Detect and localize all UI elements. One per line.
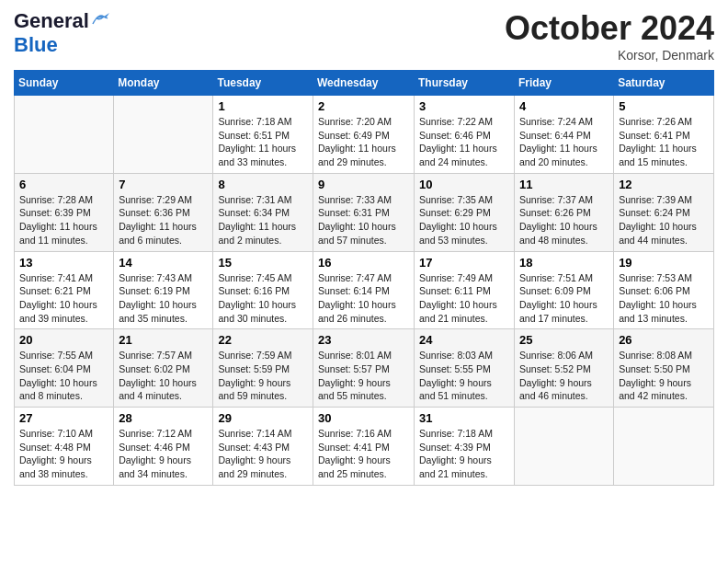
day-number: 19 xyxy=(619,256,709,270)
weekday-header-monday: Monday xyxy=(114,71,213,96)
day-number: 7 xyxy=(119,178,208,191)
day-number: 15 xyxy=(218,256,308,270)
day-info: Sunrise: 7:51 AM Sunset: 6:09 PM Dayligh… xyxy=(519,271,609,326)
day-cell xyxy=(515,408,614,486)
day-cell: 19Sunrise: 7:53 AM Sunset: 6:06 PM Dayli… xyxy=(614,251,714,329)
day-number: 11 xyxy=(519,178,609,191)
day-cell: 10Sunrise: 7:35 AM Sunset: 6:29 PM Dayli… xyxy=(415,173,515,251)
day-cell: 13Sunrise: 7:41 AM Sunset: 6:21 PM Dayli… xyxy=(15,251,114,329)
day-cell: 8Sunrise: 7:31 AM Sunset: 6:34 PM Daylig… xyxy=(213,173,313,251)
day-number: 30 xyxy=(318,411,409,425)
day-cell: 20Sunrise: 7:55 AM Sunset: 6:04 PM Dayli… xyxy=(15,329,114,408)
day-number: 20 xyxy=(19,333,108,347)
day-info: Sunrise: 7:33 AM Sunset: 6:31 PM Dayligh… xyxy=(318,193,409,247)
week-row-4: 20Sunrise: 7:55 AM Sunset: 6:04 PM Dayli… xyxy=(15,329,714,408)
logo-blue: Blue xyxy=(14,33,58,57)
day-info: Sunrise: 7:22 AM Sunset: 6:46 PM Dayligh… xyxy=(419,115,509,169)
day-info: Sunrise: 8:03 AM Sunset: 5:55 PM Dayligh… xyxy=(419,349,509,403)
title-block: October 2024 Korsor, Denmark xyxy=(505,9,714,63)
day-number: 2 xyxy=(318,99,409,113)
day-cell: 15Sunrise: 7:45 AM Sunset: 6:16 PM Dayli… xyxy=(213,251,313,329)
logo-bird-icon xyxy=(91,11,111,28)
day-info: Sunrise: 7:29 AM Sunset: 6:36 PM Dayligh… xyxy=(119,193,208,247)
logo: General Blue xyxy=(14,9,111,57)
day-info: Sunrise: 7:16 AM Sunset: 4:41 PM Dayligh… xyxy=(318,427,409,481)
calendar-body: 1Sunrise: 7:18 AM Sunset: 6:51 PM Daylig… xyxy=(15,96,714,486)
day-info: Sunrise: 7:28 AM Sunset: 6:39 PM Dayligh… xyxy=(19,193,108,247)
weekday-header-friday: Friday xyxy=(515,71,614,96)
day-info: Sunrise: 7:18 AM Sunset: 4:39 PM Dayligh… xyxy=(419,427,509,481)
day-cell: 28Sunrise: 7:12 AM Sunset: 4:46 PM Dayli… xyxy=(114,408,213,486)
day-number: 26 xyxy=(619,333,709,347)
day-info: Sunrise: 8:08 AM Sunset: 5:50 PM Dayligh… xyxy=(619,349,709,403)
day-cell: 1Sunrise: 7:18 AM Sunset: 6:51 PM Daylig… xyxy=(213,96,313,174)
week-row-2: 6Sunrise: 7:28 AM Sunset: 6:39 PM Daylig… xyxy=(15,173,714,251)
weekday-header-saturday: Saturday xyxy=(614,71,714,96)
day-cell: 17Sunrise: 7:49 AM Sunset: 6:11 PM Dayli… xyxy=(415,251,515,329)
day-info: Sunrise: 7:45 AM Sunset: 6:16 PM Dayligh… xyxy=(218,271,308,326)
day-cell: 9Sunrise: 7:33 AM Sunset: 6:31 PM Daylig… xyxy=(313,173,415,251)
day-info: Sunrise: 7:18 AM Sunset: 6:51 PM Dayligh… xyxy=(218,115,308,169)
day-cell: 30Sunrise: 7:16 AM Sunset: 4:41 PM Dayli… xyxy=(313,408,415,486)
day-info: Sunrise: 7:41 AM Sunset: 6:21 PM Dayligh… xyxy=(19,271,108,326)
day-info: Sunrise: 7:26 AM Sunset: 6:41 PM Dayligh… xyxy=(619,115,709,169)
week-row-3: 13Sunrise: 7:41 AM Sunset: 6:21 PM Dayli… xyxy=(15,251,714,329)
day-info: Sunrise: 8:06 AM Sunset: 5:52 PM Dayligh… xyxy=(519,349,609,403)
day-number: 1 xyxy=(218,99,308,113)
day-cell xyxy=(114,96,213,174)
day-number: 9 xyxy=(318,178,409,191)
day-number: 29 xyxy=(218,411,308,425)
location: Korsor, Denmark xyxy=(505,48,714,63)
day-info: Sunrise: 7:31 AM Sunset: 6:34 PM Dayligh… xyxy=(218,193,308,247)
day-cell: 6Sunrise: 7:28 AM Sunset: 6:39 PM Daylig… xyxy=(15,173,114,251)
day-cell: 5Sunrise: 7:26 AM Sunset: 6:41 PM Daylig… xyxy=(614,96,714,174)
day-cell: 24Sunrise: 8:03 AM Sunset: 5:55 PM Dayli… xyxy=(415,329,515,408)
day-number: 17 xyxy=(419,256,509,270)
day-number: 4 xyxy=(519,99,609,113)
page-header: General Blue October 2024 Korsor, Denmar… xyxy=(14,9,714,63)
day-info: Sunrise: 7:55 AM Sunset: 6:04 PM Dayligh… xyxy=(19,349,108,403)
weekday-header-wednesday: Wednesday xyxy=(313,71,415,96)
day-cell: 23Sunrise: 8:01 AM Sunset: 5:57 PM Dayli… xyxy=(313,329,415,408)
calendar-table: SundayMondayTuesdayWednesdayThursdayFrid… xyxy=(14,70,714,486)
day-cell: 12Sunrise: 7:39 AM Sunset: 6:24 PM Dayli… xyxy=(614,173,714,251)
day-info: Sunrise: 7:53 AM Sunset: 6:06 PM Dayligh… xyxy=(619,271,709,326)
day-cell: 18Sunrise: 7:51 AM Sunset: 6:09 PM Dayli… xyxy=(515,251,614,329)
day-number: 8 xyxy=(218,178,308,191)
day-number: 16 xyxy=(318,256,409,270)
weekday-header-row: SundayMondayTuesdayWednesdayThursdayFrid… xyxy=(15,71,714,96)
week-row-1: 1Sunrise: 7:18 AM Sunset: 6:51 PM Daylig… xyxy=(15,96,714,174)
day-info: Sunrise: 7:10 AM Sunset: 4:48 PM Dayligh… xyxy=(19,427,108,481)
day-number: 25 xyxy=(519,333,609,347)
month-title: October 2024 xyxy=(505,9,714,48)
day-info: Sunrise: 7:47 AM Sunset: 6:14 PM Dayligh… xyxy=(318,271,409,326)
day-info: Sunrise: 7:20 AM Sunset: 6:49 PM Dayligh… xyxy=(318,115,409,169)
day-cell: 22Sunrise: 7:59 AM Sunset: 5:59 PM Dayli… xyxy=(213,329,313,408)
day-number: 13 xyxy=(19,256,108,270)
day-number: 12 xyxy=(619,178,709,191)
day-cell: 11Sunrise: 7:37 AM Sunset: 6:26 PM Dayli… xyxy=(515,173,614,251)
day-cell: 27Sunrise: 7:10 AM Sunset: 4:48 PM Dayli… xyxy=(15,408,114,486)
day-number: 10 xyxy=(419,178,509,191)
day-cell: 25Sunrise: 8:06 AM Sunset: 5:52 PM Dayli… xyxy=(515,329,614,408)
day-info: Sunrise: 7:43 AM Sunset: 6:19 PM Dayligh… xyxy=(119,271,208,326)
day-info: Sunrise: 7:39 AM Sunset: 6:24 PM Dayligh… xyxy=(619,193,709,247)
day-number: 5 xyxy=(619,99,709,113)
day-info: Sunrise: 7:49 AM Sunset: 6:11 PM Dayligh… xyxy=(419,271,509,326)
week-row-5: 27Sunrise: 7:10 AM Sunset: 4:48 PM Dayli… xyxy=(15,408,714,486)
weekday-header-sunday: Sunday xyxy=(15,71,114,96)
day-number: 14 xyxy=(119,256,208,270)
day-number: 3 xyxy=(419,99,509,113)
day-number: 23 xyxy=(318,333,409,347)
day-cell: 26Sunrise: 8:08 AM Sunset: 5:50 PM Dayli… xyxy=(614,329,714,408)
day-cell: 29Sunrise: 7:14 AM Sunset: 4:43 PM Dayli… xyxy=(213,408,313,486)
day-info: Sunrise: 7:37 AM Sunset: 6:26 PM Dayligh… xyxy=(519,193,609,247)
day-cell xyxy=(614,408,714,486)
day-number: 18 xyxy=(519,256,609,270)
day-info: Sunrise: 7:35 AM Sunset: 6:29 PM Dayligh… xyxy=(419,193,509,247)
day-info: Sunrise: 7:24 AM Sunset: 6:44 PM Dayligh… xyxy=(519,115,609,169)
day-info: Sunrise: 8:01 AM Sunset: 5:57 PM Dayligh… xyxy=(318,349,409,403)
weekday-header-thursday: Thursday xyxy=(415,71,515,96)
day-number: 27 xyxy=(19,411,108,425)
day-info: Sunrise: 7:59 AM Sunset: 5:59 PM Dayligh… xyxy=(218,349,308,403)
